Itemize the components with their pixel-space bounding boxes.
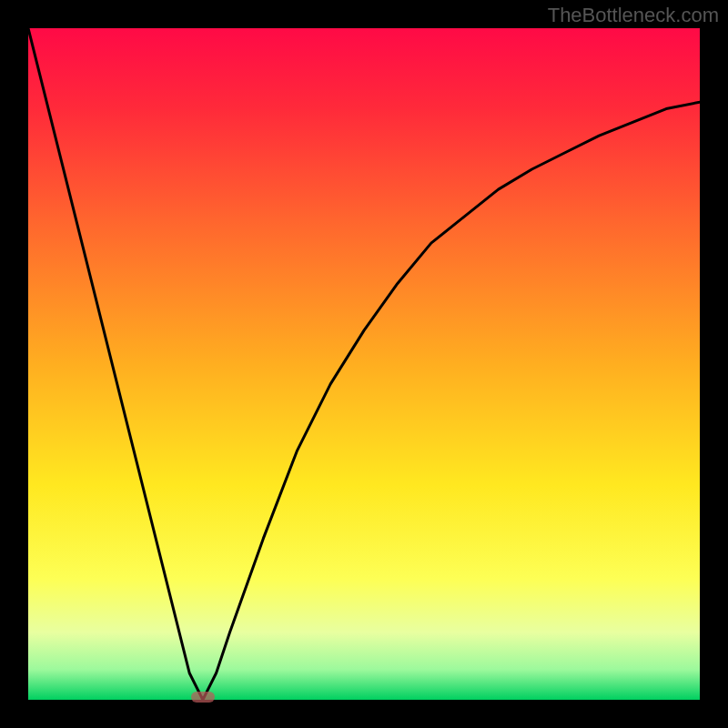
chart-container: TheBottleneck.com — [0, 0, 728, 728]
minimum-marker — [191, 692, 215, 703]
plot-area — [28, 28, 700, 700]
watermark-text: TheBottleneck.com — [548, 4, 719, 27]
curve-layer — [28, 28, 700, 700]
bottleneck-curve — [28, 28, 700, 700]
